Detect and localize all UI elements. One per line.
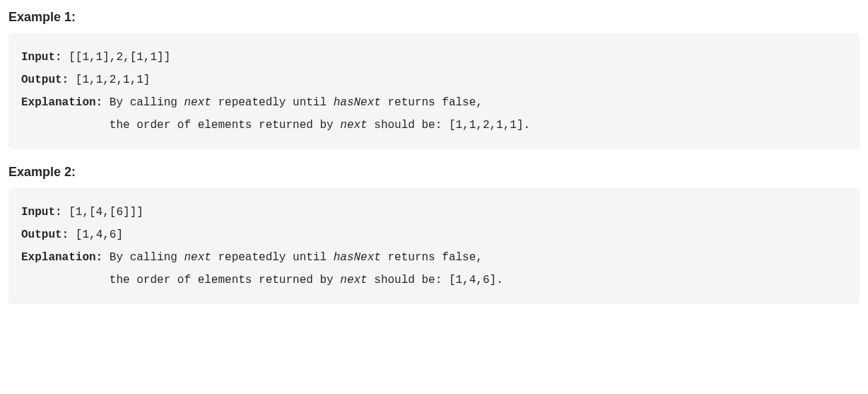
hasnext-keyword: hasNext: [334, 251, 381, 264]
explanation-label: Explanation:: [21, 251, 102, 264]
input-value: [[1,1],2,[1,1]]: [62, 51, 171, 64]
output-value: [1,1,2,1,1]: [69, 74, 150, 86]
explanation-text: By calling: [102, 251, 184, 264]
output-value: [1,4,6]: [69, 228, 123, 241]
input-label: Input:: [21, 206, 62, 219]
hasnext-keyword: hasNext: [334, 96, 381, 109]
next-keyword: next: [340, 274, 367, 286]
explanation-text: the order of elements returned by: [21, 274, 340, 286]
explanation-text: repeatedly until: [211, 251, 334, 264]
explanation-text: .: [496, 274, 503, 286]
output-label: Output:: [21, 74, 69, 86]
explanation-text: the order of elements returned by: [21, 119, 340, 132]
explanation-text: should be:: [368, 119, 449, 132]
explanation-text: returns false,: [381, 96, 490, 109]
result-value: [1,4,6]: [449, 274, 496, 286]
explanation-text: repeatedly until: [211, 96, 334, 109]
output-label: Output:: [21, 228, 69, 241]
input-value: [1,[4,[6]]]: [62, 206, 143, 219]
next-keyword: next: [184, 96, 211, 109]
example-1-code-block: Input: [[1,1],2,[1,1]] Output: [1,1,2,1,…: [8, 33, 860, 149]
explanation-text: By calling: [102, 96, 184, 109]
explanation-text: returns false,: [381, 251, 490, 264]
next-keyword: next: [184, 251, 211, 264]
explanation-text: .: [524, 119, 531, 132]
example-1-heading: Example 1:: [8, 10, 860, 25]
input-label: Input:: [21, 51, 62, 64]
explanation-label: Explanation:: [21, 96, 102, 109]
explanation-text: should be:: [368, 274, 449, 286]
example-2-heading: Example 2:: [8, 165, 860, 180]
next-keyword: next: [340, 119, 367, 132]
result-value: [1,1,2,1,1]: [449, 119, 524, 132]
example-2-code-block: Input: [1,[4,[6]]] Output: [1,4,6] Expla…: [8, 188, 860, 304]
